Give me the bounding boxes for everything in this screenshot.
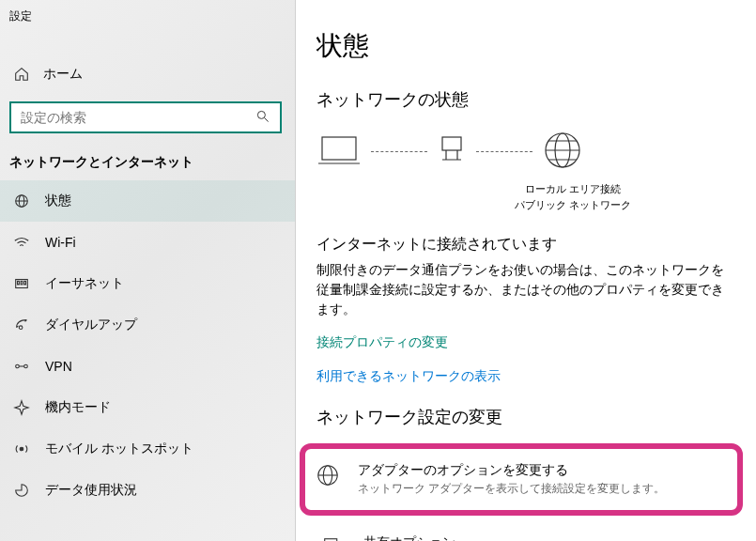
datausage-icon xyxy=(13,482,30,499)
sharing-icon xyxy=(320,534,347,541)
main-content: 状態 ネットワークの状態 ローカル エリア接続 パブリック ネットワーク インタ… xyxy=(296,0,756,541)
router-icon xyxy=(437,131,467,172)
search-icon xyxy=(255,109,270,127)
dialup-icon xyxy=(13,317,30,333)
svg-point-7 xyxy=(19,326,23,330)
connected-title: インターネットに接続されています xyxy=(316,235,735,255)
nav-hotspot[interactable]: モバイル ホットスポット xyxy=(0,428,295,470)
svg-rect-11 xyxy=(322,137,356,160)
svg-rect-12 xyxy=(442,137,461,150)
adapter-icon xyxy=(315,462,341,488)
page-title: 状態 xyxy=(316,28,735,64)
status-icon xyxy=(13,193,30,209)
nav-label: 機内モード xyxy=(45,399,111,416)
nav-label: VPN xyxy=(45,359,72,374)
link-connection-properties[interactable]: 接続プロパティの変更 xyxy=(316,334,735,351)
vpn-icon xyxy=(13,358,30,375)
home-label: ホーム xyxy=(43,66,83,83)
nav-vpn[interactable]: VPN xyxy=(0,346,295,387)
airplane-icon xyxy=(13,399,30,416)
svg-point-10 xyxy=(20,447,23,451)
nav-label: ダイヤルアップ xyxy=(45,317,137,333)
option-sharing[interactable]: 共有オプション 接続先のネットワークについて、共有するものを指定します。 xyxy=(316,523,735,541)
svg-rect-5 xyxy=(21,281,23,285)
nav-label: イーサネット xyxy=(45,275,124,292)
nav-label: データ使用状況 xyxy=(45,482,137,499)
network-diagram xyxy=(316,130,735,174)
diagram-labels: ローカル エリア接続 パブリック ネットワーク xyxy=(410,181,735,212)
option-desc: ネットワーク アダプターを表示して接続設定を変更します。 xyxy=(358,481,665,497)
search-input[interactable] xyxy=(21,110,246,125)
nav-ethernet[interactable]: イーサネット xyxy=(0,263,295,304)
nav-status[interactable]: 状態 xyxy=(0,180,295,222)
nav-label: 状態 xyxy=(45,193,71,209)
svg-point-8 xyxy=(16,364,20,368)
connected-desc: 制限付きのデータ通信プランをお使いの場合は、このネットワークを従量制課金接続に設… xyxy=(316,260,735,319)
option-title: 共有オプション xyxy=(363,534,679,541)
search-input-wrap[interactable] xyxy=(9,101,282,133)
nav-wifi[interactable]: Wi-Fi xyxy=(0,222,295,263)
svg-rect-6 xyxy=(24,281,26,285)
svg-point-9 xyxy=(24,364,28,368)
section-title: ネットワークとインターネット xyxy=(0,141,295,180)
connection-line xyxy=(371,151,427,152)
nav-airplane[interactable]: 機内モード xyxy=(0,387,295,428)
link-available-networks[interactable]: 利用できるネットワークの表示 xyxy=(316,368,735,385)
globe-icon xyxy=(542,130,583,174)
ethernet-icon xyxy=(13,275,30,292)
svg-point-0 xyxy=(257,111,265,118)
option-adapter[interactable]: アダプターのオプションを変更する ネットワーク アダプターを表示して接続設定を変… xyxy=(300,443,743,516)
nav-label: モバイル ホットスポット xyxy=(45,441,193,457)
option-title: アダプターのオプションを変更する xyxy=(358,462,665,479)
connection-line xyxy=(476,151,532,152)
nav-datausage[interactable]: データ使用状況 xyxy=(0,470,295,511)
hotspot-icon xyxy=(13,441,30,457)
nav-dialup[interactable]: ダイヤルアップ xyxy=(0,304,295,346)
home-icon xyxy=(13,66,30,83)
nav-label: Wi-Fi xyxy=(45,235,76,250)
change-heading: ネットワーク設定の変更 xyxy=(316,406,735,428)
computer-icon xyxy=(316,131,362,172)
sidebar: 設定 ホーム ネットワークとインターネット 状態 Wi-Fi xyxy=(0,0,296,541)
svg-rect-4 xyxy=(18,281,20,285)
home-button[interactable]: ホーム xyxy=(0,54,295,94)
app-title: 設定 xyxy=(0,5,295,28)
network-status-heading: ネットワークの状態 xyxy=(316,88,735,111)
wifi-icon xyxy=(13,234,30,251)
